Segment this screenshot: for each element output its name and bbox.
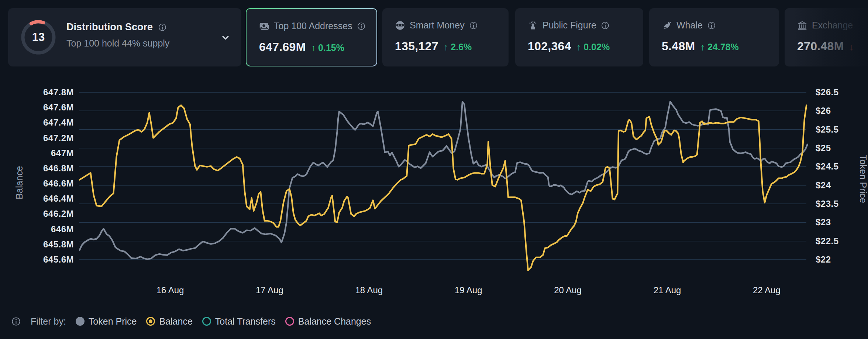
legend-item-token-price[interactable]: Token Price xyxy=(76,316,137,327)
info-icon[interactable] xyxy=(11,316,21,326)
holders-vs-price-chart[interactable] xyxy=(0,0,868,339)
legend-item-balance[interactable]: Balance xyxy=(146,316,192,327)
legend-item-balance-changes[interactable]: Balance Changes xyxy=(285,316,371,327)
filter-bar: Filter by: Token Price Balance Total Tra… xyxy=(11,313,371,329)
filter-by-label: Filter by: xyxy=(31,316,66,327)
y-axis-title-token-price: Token Price xyxy=(858,153,868,205)
balance-changes-marker-icon xyxy=(285,317,294,326)
legend-item-total-transfers[interactable]: Total Transfers xyxy=(202,316,276,327)
token-price-marker-icon xyxy=(76,317,85,326)
balance-marker-icon xyxy=(146,317,155,326)
y-axis-title-balance: Balance xyxy=(14,161,25,205)
total-transfers-marker-icon xyxy=(202,317,211,326)
